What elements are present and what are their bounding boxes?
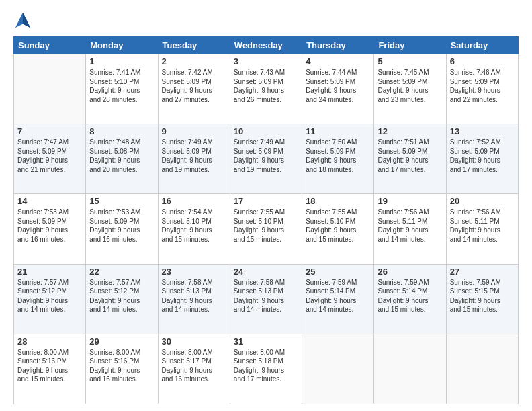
day-info: Sunrise: 7:53 AM Sunset: 5:09 PM Dayligh… [17,208,82,244]
day-info: Sunrise: 7:49 AM Sunset: 5:09 PM Dayligh… [234,138,298,174]
day-info: Sunrise: 7:57 AM Sunset: 5:12 PM Dayligh… [17,278,82,314]
calendar-day-cell: 3Sunrise: 7:43 AM Sunset: 5:09 PM Daylig… [230,54,302,124]
day-number: 3 [234,56,298,66]
header [13,11,519,30]
day-info: Sunrise: 7:48 AM Sunset: 5:08 PM Dayligh… [89,138,154,174]
day-number: 16 [162,196,226,206]
calendar-day-cell: 14Sunrise: 7:53 AM Sunset: 5:09 PM Dayli… [14,194,86,264]
calendar-day-cell: 11Sunrise: 7:50 AM Sunset: 5:09 PM Dayli… [302,124,374,194]
day-info: Sunrise: 7:52 AM Sunset: 5:09 PM Dayligh… [450,138,515,174]
day-number: 19 [378,196,442,206]
day-info: Sunrise: 7:55 AM Sunset: 5:10 PM Dayligh… [306,208,370,244]
calendar-day-cell [374,334,446,404]
calendar-day-cell [446,334,518,404]
day-info: Sunrise: 8:00 AM Sunset: 5:18 PM Dayligh… [234,348,298,384]
day-number: 7 [17,126,82,136]
day-number: 1 [89,56,154,66]
calendar-day-cell: 9Sunrise: 7:49 AM Sunset: 5:09 PM Daylig… [158,124,230,194]
day-info: Sunrise: 7:56 AM Sunset: 5:11 PM Dayligh… [378,208,442,244]
day-info: Sunrise: 7:46 AM Sunset: 5:09 PM Dayligh… [450,68,515,104]
day-number: 12 [378,126,442,136]
day-number: 15 [89,196,154,206]
day-info: Sunrise: 7:59 AM Sunset: 5:14 PM Dayligh… [378,278,442,314]
logo-icon [13,11,32,30]
day-info: Sunrise: 7:59 AM Sunset: 5:15 PM Dayligh… [450,278,515,314]
day-number: 24 [234,267,298,277]
day-info: Sunrise: 7:43 AM Sunset: 5:09 PM Dayligh… [234,68,298,104]
calendar-day-cell: 28Sunrise: 8:00 AM Sunset: 5:16 PM Dayli… [14,334,86,404]
day-info: Sunrise: 7:42 AM Sunset: 5:09 PM Dayligh… [162,68,226,104]
calendar-day-cell: 30Sunrise: 8:00 AM Sunset: 5:17 PM Dayli… [158,334,230,404]
day-of-week-header: Tuesday [158,37,230,54]
day-number: 17 [234,196,298,206]
day-info: Sunrise: 8:00 AM Sunset: 5:17 PM Dayligh… [162,348,226,384]
calendar-week-row: 1Sunrise: 7:41 AM Sunset: 5:10 PM Daylig… [14,54,519,124]
day-info: Sunrise: 7:51 AM Sunset: 5:09 PM Dayligh… [378,138,442,174]
day-number: 10 [234,126,298,136]
day-info: Sunrise: 7:50 AM Sunset: 5:09 PM Dayligh… [306,138,370,174]
calendar-day-cell: 27Sunrise: 7:59 AM Sunset: 5:15 PM Dayli… [446,264,518,334]
day-info: Sunrise: 7:45 AM Sunset: 5:09 PM Dayligh… [378,68,442,104]
svg-marker-1 [23,13,30,28]
day-number: 4 [306,56,370,66]
day-number: 11 [306,126,370,136]
calendar-day-cell: 2Sunrise: 7:42 AM Sunset: 5:09 PM Daylig… [158,54,230,124]
day-number: 29 [89,336,154,347]
calendar-day-cell: 8Sunrise: 7:48 AM Sunset: 5:08 PM Daylig… [86,124,158,194]
day-number: 5 [378,56,442,66]
calendar-day-cell: 13Sunrise: 7:52 AM Sunset: 5:09 PM Dayli… [446,124,518,194]
day-number: 13 [450,126,515,136]
calendar-day-cell: 25Sunrise: 7:59 AM Sunset: 5:14 PM Dayli… [302,264,374,334]
calendar-day-cell: 24Sunrise: 7:58 AM Sunset: 5:13 PM Dayli… [230,264,302,334]
day-number: 9 [162,126,226,136]
calendar-day-cell: 7Sunrise: 7:47 AM Sunset: 5:09 PM Daylig… [14,124,86,194]
calendar-week-row: 21Sunrise: 7:57 AM Sunset: 5:12 PM Dayli… [14,264,519,334]
calendar-day-cell: 16Sunrise: 7:54 AM Sunset: 5:10 PM Dayli… [158,194,230,264]
page-container: SundayMondayTuesdayWednesdayThursdayFrid… [0,0,532,411]
day-of-week-header: Thursday [302,37,374,54]
calendar-day-cell: 20Sunrise: 7:56 AM Sunset: 5:11 PM Dayli… [446,194,518,264]
calendar-day-cell: 21Sunrise: 7:57 AM Sunset: 5:12 PM Dayli… [14,264,86,334]
day-of-week-header: Sunday [14,37,86,54]
calendar-day-cell: 18Sunrise: 7:55 AM Sunset: 5:10 PM Dayli… [302,194,374,264]
day-number: 26 [378,267,442,277]
day-info: Sunrise: 7:41 AM Sunset: 5:10 PM Dayligh… [89,68,154,104]
day-of-week-header: Saturday [446,37,518,54]
day-info: Sunrise: 7:47 AM Sunset: 5:09 PM Dayligh… [17,138,82,174]
day-number: 27 [450,267,515,277]
calendar-day-cell: 10Sunrise: 7:49 AM Sunset: 5:09 PM Dayli… [230,124,302,194]
calendar-day-cell: 19Sunrise: 7:56 AM Sunset: 5:11 PM Dayli… [374,194,446,264]
day-info: Sunrise: 7:44 AM Sunset: 5:09 PM Dayligh… [306,68,370,104]
logo [13,11,34,30]
day-number: 31 [234,336,298,347]
day-number: 28 [17,336,82,347]
calendar-day-cell: 26Sunrise: 7:59 AM Sunset: 5:14 PM Dayli… [374,264,446,334]
day-number: 8 [89,126,154,136]
calendar-header-row: SundayMondayTuesdayWednesdayThursdayFrid… [14,37,519,54]
calendar-day-cell: 1Sunrise: 7:41 AM Sunset: 5:10 PM Daylig… [86,54,158,124]
day-of-week-header: Monday [86,37,158,54]
day-number: 20 [450,196,515,206]
day-number: 6 [450,56,515,66]
day-info: Sunrise: 8:00 AM Sunset: 5:16 PM Dayligh… [17,348,82,384]
calendar-day-cell [302,334,374,404]
day-number: 25 [306,267,370,277]
calendar-week-row: 14Sunrise: 7:53 AM Sunset: 5:09 PM Dayli… [14,194,519,264]
day-number: 14 [17,196,82,206]
calendar-day-cell: 6Sunrise: 7:46 AM Sunset: 5:09 PM Daylig… [446,54,518,124]
calendar-week-row: 7Sunrise: 7:47 AM Sunset: 5:09 PM Daylig… [14,124,519,194]
day-number: 30 [162,336,226,347]
day-of-week-header: Wednesday [230,37,302,54]
day-info: Sunrise: 7:59 AM Sunset: 5:14 PM Dayligh… [306,278,370,314]
calendar-day-cell: 5Sunrise: 7:45 AM Sunset: 5:09 PM Daylig… [374,54,446,124]
day-info: Sunrise: 7:54 AM Sunset: 5:10 PM Dayligh… [162,208,226,244]
day-number: 18 [306,196,370,206]
calendar-week-row: 28Sunrise: 8:00 AM Sunset: 5:16 PM Dayli… [14,334,519,404]
day-info: Sunrise: 7:56 AM Sunset: 5:11 PM Dayligh… [450,208,515,244]
calendar-day-cell [14,54,86,124]
day-info: Sunrise: 7:58 AM Sunset: 5:13 PM Dayligh… [234,278,298,314]
calendar-day-cell: 29Sunrise: 8:00 AM Sunset: 5:16 PM Dayli… [86,334,158,404]
day-number: 23 [162,267,226,277]
day-number: 21 [17,267,82,277]
day-info: Sunrise: 7:58 AM Sunset: 5:13 PM Dayligh… [162,278,226,314]
